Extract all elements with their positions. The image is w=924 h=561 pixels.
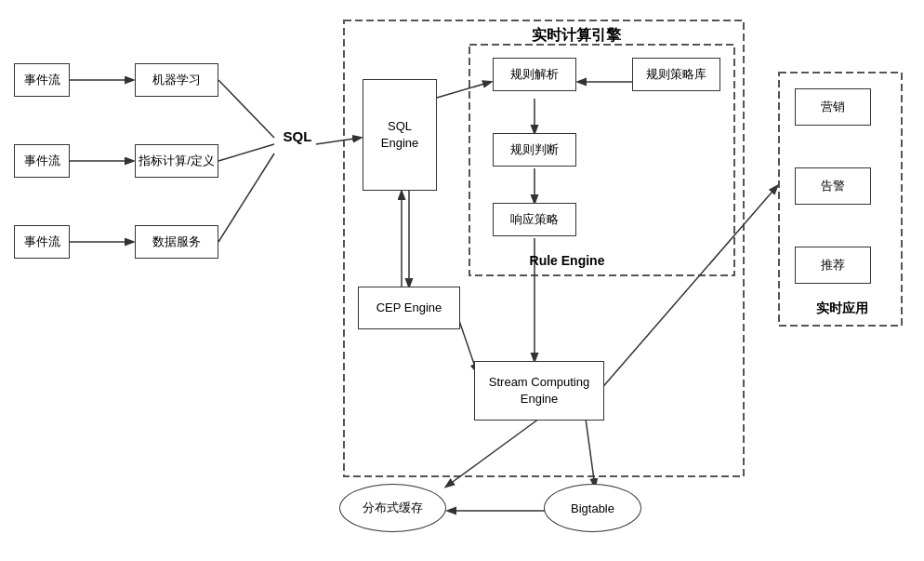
- event-flow-1: 事件流: [14, 63, 70, 97]
- marketing-box: 营销: [795, 88, 871, 126]
- distributed-cache-box: 分布式缓存: [339, 484, 446, 532]
- realtime-app-label: 实时应用: [796, 301, 889, 317]
- alert-box: 告警: [795, 167, 871, 205]
- rule-judge-box: 规则判断: [493, 133, 576, 167]
- data-service-box: 数据服务: [135, 225, 218, 259]
- svg-line-10: [437, 82, 491, 98]
- svg-line-8: [218, 154, 274, 242]
- response-box: 响应策略: [493, 203, 576, 236]
- rule-lib-box: 规则策略库: [632, 58, 720, 91]
- svg-line-20: [586, 419, 595, 487]
- bigtable-box: Bigtable: [544, 484, 641, 532]
- recommend-box: 推荐: [795, 247, 871, 284]
- metric-box: 指标计算/定义: [135, 144, 218, 178]
- svg-line-18: [446, 419, 539, 487]
- realtime-engine-label: 实时计算引擎: [502, 26, 651, 46]
- rule-parse-box: 规则解析: [493, 58, 576, 91]
- svg-line-9: [316, 138, 361, 144]
- event-flow-2: 事件流: [14, 144, 70, 178]
- event-flow-3: 事件流: [14, 225, 70, 259]
- ml-box: 机器学习: [135, 63, 218, 97]
- stream-engine-box: Stream Computing Engine: [474, 361, 604, 421]
- rule-engine-label: Rule Engine: [507, 253, 627, 268]
- sql-engine-box: SQL Engine: [363, 79, 437, 191]
- architecture-diagram: 事件流 事件流 事件流 机器学习 指标计算/定义 数据服务 SQL SQL En…: [0, 0, 924, 561]
- svg-line-7: [218, 144, 274, 161]
- svg-line-21: [600, 186, 777, 391]
- svg-line-6: [218, 80, 274, 138]
- sql-label: SQL: [274, 128, 321, 144]
- cep-engine-box: CEP Engine: [358, 287, 460, 329]
